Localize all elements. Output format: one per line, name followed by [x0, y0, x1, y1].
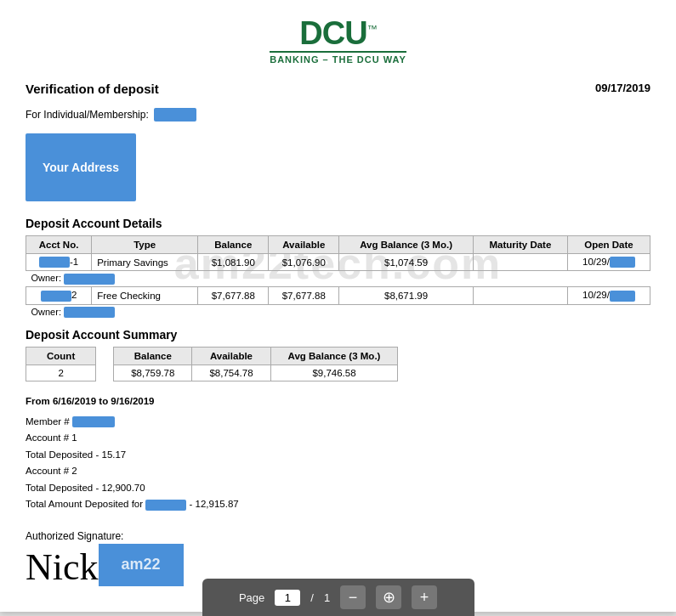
summary-bal-table: Balance Available Avg Balance (3 Mo.) $8…: [113, 347, 398, 381]
owner-label-2: Owner:: [26, 304, 650, 319]
type-1: Primary Savings: [92, 254, 198, 271]
table-row: -1 Primary Savings $1,081.90 $1,076.90 $…: [26, 254, 650, 271]
owner-label-1: Owner:: [26, 271, 650, 287]
total-amount-line: Total Amount Deposited for - 12,915.87: [26, 496, 650, 513]
page-separator: /: [310, 591, 314, 604]
deposit-account-details-title: Deposit Account Details: [26, 217, 650, 230]
info-section: From 6/16/2019 to 9/16/2019 Member # Acc…: [26, 393, 650, 513]
summary-count-table: Count 2: [26, 347, 96, 381]
avg-balance-1: $1,074.59: [339, 254, 474, 271]
owner-row-1: Owner:: [26, 271, 650, 287]
open-date-1: 10/29/: [567, 254, 650, 271]
zoom-out-button[interactable]: −: [340, 585, 366, 609]
address-box: Your Address: [26, 133, 136, 201]
acct-redacted-1: [39, 257, 70, 268]
account1-line: Account # 1: [26, 430, 650, 447]
total-dep1-line: Total Deposited - 15.17: [26, 447, 650, 464]
doc-date: 09/17/2019: [595, 82, 650, 94]
sum-available-val: $8,754.78: [192, 365, 270, 381]
owner-text-1: Owner:: [31, 273, 61, 283]
deposit-summary-title: Deposit Account Summary: [26, 328, 650, 342]
page-container: am22tech.com DCU™ BANKING – THE DCU WAY …: [0, 0, 676, 612]
col-type: Type: [92, 236, 198, 254]
col-balance: Balance: [198, 236, 269, 254]
member-line: Member #: [26, 414, 650, 431]
col-open-date: Open Date: [567, 236, 650, 254]
summary-section: Count 2 Balance Available Avg Balance (3…: [26, 347, 650, 381]
sig-watermark-box: am22: [99, 544, 184, 586]
sum-avg-col: Avg Balance (3 Mo.): [270, 348, 398, 365]
col-avg-balance: Avg Balance (3 Mo.): [339, 236, 474, 254]
total-dep2-line: Total Deposited - 12,900.70: [26, 480, 650, 497]
count-col-header: Count: [26, 348, 96, 365]
dcu-logo: DCU™: [299, 17, 376, 49]
title-row: Verification of deposit 09/17/2019: [26, 82, 650, 96]
sum-balance-val: $8,759.78: [114, 365, 192, 381]
toolbar: Page 1 / 1 − ⊕ +: [202, 579, 474, 616]
sig-script: Nick: [26, 549, 99, 586]
dcu-logo-text: DCU: [299, 15, 366, 51]
logo-container: DCU™ BANKING – THE DCU WAY: [270, 17, 406, 65]
sum-available-col: Available: [192, 348, 270, 365]
total-amount-val: - 12,915.87: [190, 499, 239, 509]
membership-row: For Individual/Membership:: [26, 108, 650, 122]
col-acct-no: Acct No.: [26, 236, 92, 254]
acct-no-2: 2: [26, 287, 92, 304]
account2-line: Account # 2: [26, 463, 650, 480]
doc-title: Verification of deposit: [26, 82, 159, 96]
page-current: 1: [275, 590, 300, 606]
open-date-redacted-2: [610, 291, 635, 302]
sum-balance-col: Balance: [114, 348, 192, 365]
table-row: 2 Free Checking $7,677.88 $7,677.88 $8,6…: [26, 287, 650, 304]
count-val: 2: [26, 365, 96, 381]
membership-label: For Individual/Membership:: [26, 109, 149, 121]
available-1: $1,076.90: [269, 254, 339, 271]
balance-1: $1,081.90: [198, 254, 269, 271]
owner-row-2: Owner:: [26, 304, 650, 319]
owner-text-2: Owner:: [31, 307, 61, 317]
acct-redacted-2: [41, 291, 71, 302]
header: DCU™ BANKING – THE DCU WAY: [26, 17, 650, 68]
deposit-account-table: Acct No. Type Balance Available Avg Bala…: [26, 235, 650, 319]
col-maturity: Maturity Date: [473, 236, 567, 254]
logo-tm: ™: [367, 23, 377, 35]
avg-balance-2: $8,671.99: [339, 287, 474, 304]
page-total: 1: [324, 591, 330, 604]
maturity-2: [473, 287, 567, 304]
total-amount-label: Total Amount Deposited for: [26, 499, 143, 509]
sig-label: Authorized Signature:: [26, 530, 650, 542]
logo-tagline: BANKING – THE DCU WAY: [270, 51, 406, 65]
type-2: Free Checking: [92, 287, 198, 304]
balance-2: $7,677.88: [198, 287, 269, 304]
open-date-redacted-1: [610, 257, 635, 268]
available-2: $7,677.88: [269, 287, 339, 304]
sum-avg-val: $9,746.58: [270, 365, 398, 381]
owner-name-redacted-2: [64, 307, 115, 318]
col-available: Available: [269, 236, 339, 254]
membership-redacted: [154, 108, 196, 122]
open-date-2: 10/29/: [567, 287, 650, 304]
owner-name-redacted-1: [64, 274, 115, 285]
acct-suffix-2: 2: [71, 290, 77, 300]
page-label: Page: [239, 591, 264, 604]
total-amount-redacted: [145, 500, 186, 511]
zoom-icon-button[interactable]: ⊕: [376, 585, 401, 609]
maturity-1: [473, 254, 567, 271]
member-label: Member #: [26, 416, 70, 427]
acct-no-1: -1: [26, 254, 92, 271]
acct-suffix-1: -1: [70, 257, 78, 267]
member-redacted: [72, 416, 115, 427]
zoom-in-button[interactable]: +: [412, 585, 437, 609]
period-text: From 6/16/2019 to 9/16/2019: [26, 393, 650, 410]
